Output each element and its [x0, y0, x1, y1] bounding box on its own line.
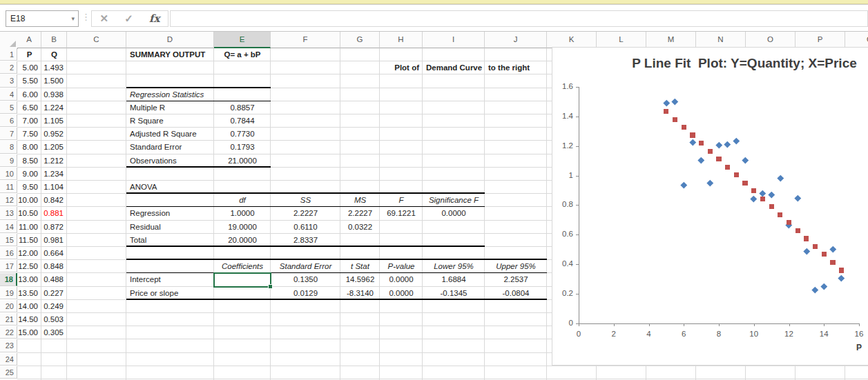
cell-D14[interactable]: Residual	[127, 221, 213, 234]
cell-B21[interactable]: 0.503	[42, 313, 66, 326]
cell-H12[interactable]: F	[380, 194, 422, 207]
row-header-9[interactable]: 9	[0, 154, 17, 167]
cell-A21[interactable]: 14.50	[18, 313, 41, 326]
cell-J2[interactable]: to the right	[485, 61, 546, 74]
cell-A18[interactable]: 13.00	[18, 273, 41, 286]
cell-B16[interactable]: 0.664	[42, 247, 66, 260]
cell-G12[interactable]: MS	[341, 194, 379, 207]
cell-B10[interactable]: 1.234	[42, 168, 66, 181]
row-header-25[interactable]: 25	[0, 366, 17, 379]
cell-B11[interactable]: 1.104	[42, 181, 66, 194]
line-fit-chart[interactable]: P Line Fit Plot: Y=Quantity; X=Price P 0…	[552, 47, 868, 366]
cell-B22[interactable]: 0.305	[42, 326, 66, 339]
row-header-5[interactable]: 5	[0, 101, 17, 114]
cell-F12[interactable]: SS	[271, 194, 340, 207]
formula-bar-input[interactable]	[170, 10, 868, 27]
cell-B1[interactable]: Q	[42, 48, 66, 61]
row-header-12[interactable]: 12	[0, 194, 17, 206]
col-header-Q[interactable]: Q	[845, 32, 868, 48]
cell-B19[interactable]: 0.227	[42, 287, 66, 300]
row-header-1[interactable]: 1	[0, 48, 17, 61]
cell-G17[interactable]: t Stat	[341, 260, 379, 273]
col-header-A[interactable]: A	[17, 32, 41, 48]
cell-B5[interactable]: 1.224	[42, 101, 66, 114]
enter-icon[interactable]: ✓	[124, 12, 133, 25]
cell-J17[interactable]: Upper 95%	[485, 260, 546, 273]
cell-F13[interactable]: 2.2227	[271, 207, 340, 220]
cell-A1[interactable]: P	[18, 48, 41, 61]
cell-I18[interactable]: 1.6884	[423, 273, 484, 286]
col-header-O[interactable]: O	[746, 32, 795, 48]
cell-E8[interactable]: 0.1793	[215, 141, 270, 154]
cell-A11[interactable]: 9.50	[18, 181, 41, 194]
cell-H13[interactable]: 69.1221	[380, 207, 422, 220]
cell-E14[interactable]: 19.0000	[215, 221, 270, 234]
name-box[interactable]: E18 ▾	[6, 10, 79, 27]
cell-D7[interactable]: Adjusted R Square	[127, 128, 213, 141]
cell-G13[interactable]: 2.2227	[341, 207, 379, 220]
row-header-24[interactable]: 24	[0, 353, 17, 366]
col-header-K[interactable]: K	[547, 32, 597, 48]
col-header-N[interactable]: N	[696, 32, 746, 48]
cell-E17[interactable]: Coefficients	[215, 260, 270, 273]
col-header-L[interactable]: L	[597, 32, 646, 48]
cell-I13[interactable]: 0.0000	[423, 207, 484, 220]
col-header-B[interactable]: B	[41, 32, 67, 48]
cell-I17[interactable]: Lower 95%	[423, 260, 484, 273]
cell-A5[interactable]: 6.50	[18, 101, 41, 114]
cell-B17[interactable]: 0.848	[42, 260, 66, 273]
cell-E12[interactable]: df	[215, 194, 270, 207]
row-header-10[interactable]: 10	[0, 168, 17, 180]
row-header-19[interactable]: 19	[0, 287, 17, 299]
cell-I12[interactable]: Significance F	[423, 194, 484, 207]
chevron-down-icon[interactable]: ▾	[71, 15, 78, 22]
cell-B13[interactable]: 0.881	[42, 207, 66, 220]
cell-E5[interactable]: 0.8857	[215, 101, 270, 114]
cell-A4[interactable]: 6.00	[18, 88, 41, 101]
cell-D18[interactable]: Intercept	[127, 273, 213, 286]
row-header-2[interactable]: 2	[0, 61, 17, 74]
cell-A15[interactable]: 11.50	[18, 234, 41, 247]
row-header-15[interactable]: 15	[0, 234, 17, 246]
cell-G18[interactable]: 14.5962	[341, 273, 379, 286]
row-header-18[interactable]: 18	[0, 273, 17, 286]
cell-F17[interactable]: Standard Error	[271, 260, 340, 273]
cell-D5[interactable]: Multiple R	[127, 101, 213, 114]
row-header-11[interactable]: 11	[0, 181, 17, 193]
cell-D6[interactable]: R Square	[127, 114, 213, 128]
cell-F18[interactable]: 0.1350	[271, 273, 340, 286]
col-header-H[interactable]: H	[380, 32, 423, 48]
col-header-C[interactable]: C	[67, 32, 126, 48]
cell-A17[interactable]: 12.50	[18, 260, 41, 273]
cell-D1[interactable]: SUMMARY OUTPUT	[127, 48, 213, 61]
insert-function-icon[interactable]: fx	[149, 12, 160, 25]
cell-B14[interactable]: 0.872	[42, 221, 66, 234]
cell-A12[interactable]: 10.00	[18, 194, 41, 207]
cell-B3[interactable]: 1.500	[42, 74, 66, 88]
row-header-3[interactable]: 3	[0, 74, 17, 87]
cell-E1[interactable]: Q= a + bP	[215, 48, 270, 61]
cell-A13[interactable]: 10.50	[18, 207, 41, 220]
row-header-7[interactable]: 7	[0, 128, 17, 140]
cell-A9[interactable]: 8.50	[18, 154, 41, 168]
cell-A6[interactable]: 7.00	[18, 114, 41, 128]
cell-B15[interactable]: 0.981	[42, 234, 66, 247]
cell-E6[interactable]: 0.7844	[215, 114, 270, 128]
cell-G14[interactable]: 0.0322	[341, 221, 379, 234]
cell-A14[interactable]: 11.00	[18, 221, 41, 234]
cell-D8[interactable]: Standard Error	[127, 141, 213, 154]
cell-D4[interactable]: Regression Statistics	[127, 88, 213, 101]
row-header-16[interactable]: 16	[0, 247, 17, 259]
row-header-13[interactable]: 13	[0, 207, 17, 219]
cell-A19[interactable]: 13.50	[18, 287, 41, 300]
cell-H18[interactable]: 0.0000	[380, 273, 422, 286]
fill-handle[interactable]	[268, 284, 273, 289]
cell-A10[interactable]: 9.00	[18, 168, 41, 181]
cell-A2[interactable]: 5.00	[18, 61, 41, 74]
cell-A22[interactable]: 15.00	[18, 326, 41, 339]
col-header-F[interactable]: F	[271, 32, 340, 48]
row-header-17[interactable]: 17	[0, 260, 17, 272]
cell-D13[interactable]: Regression	[127, 207, 213, 220]
select-all-corner[interactable]	[0, 32, 18, 49]
row-header-4[interactable]: 4	[0, 88, 17, 101]
